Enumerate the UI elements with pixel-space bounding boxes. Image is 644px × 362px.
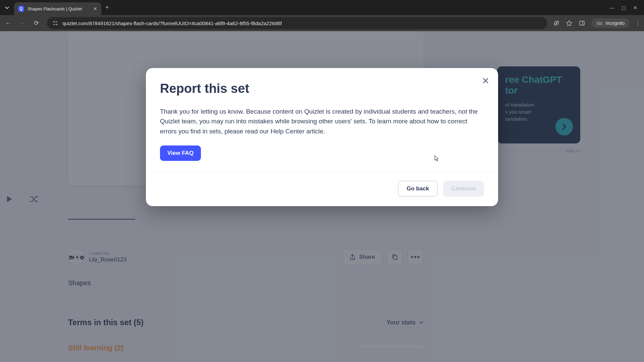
modal-body: Thank you for letting us know. Because c… [160,107,484,136]
svg-point-11 [597,23,599,25]
continue-button: Continue [443,181,484,197]
modal-close-button[interactable]: ✕ [482,75,489,86]
svg-rect-2 [53,24,55,25]
forward-button[interactable]: → [17,20,27,27]
browser-titlebar: Q Shapes Flashcards | Quizlet ✕ + — ▢ ✕ [0,0,644,15]
browser-toolbar: ← → ⟳ quizlet.com/878491621/shapes-flash… [0,15,644,31]
tracking-blocked-icon[interactable] [553,20,560,26]
svg-rect-1 [56,21,58,22]
quizlet-favicon-icon: Q [18,6,24,12]
maximize-button[interactable]: ▢ [622,5,626,10]
modal-title: Report this set [160,81,484,96]
view-faq-button[interactable]: View FAQ [160,145,201,161]
reload-button[interactable]: ⟳ [32,19,41,27]
close-window-button[interactable]: ✕ [633,5,637,10]
go-back-button[interactable]: Go back [398,181,438,197]
url-text: quizlet.com/878491621/shapes-flash-cards… [62,20,542,26]
minimize-button[interactable]: — [609,5,614,10]
report-modal: ✕ Report this set Thank you for letting … [146,68,498,206]
side-panel-icon[interactable] [579,20,585,26]
window-controls: — ▢ ✕ [609,5,644,10]
tab-title: Shapes Flashcards | Quizlet [28,6,90,11]
incognito-icon [596,21,603,25]
tab-close-icon[interactable]: ✕ [93,6,97,11]
svg-rect-9 [580,21,584,25]
incognito-badge[interactable]: Incognito [591,18,629,28]
page-viewport: ree ChatGPTtor of translation s you smar… [0,31,644,362]
browser-menu-icon[interactable]: ⋮ [635,20,641,26]
tab-search-dropdown[interactable] [0,0,14,15]
svg-point-12 [600,23,602,25]
cursor-icon [434,155,439,162]
browser-tab[interactable]: Q Shapes Flashcards | Quizlet ✕ [14,2,101,15]
svg-point-5 [56,24,57,25]
new-tab-button[interactable]: + [105,4,109,11]
incognito-label: Incognito [605,20,625,26]
svg-line-8 [554,21,559,25]
modal-overlay[interactable]: ✕ Report this set Thank you for letting … [0,31,644,362]
svg-point-4 [54,21,55,22]
bookmark-star-icon[interactable] [566,20,573,26]
back-button[interactable]: ← [3,20,13,27]
site-settings-icon[interactable] [52,20,58,26]
address-bar[interactable]: quizlet.com/878491621/shapes-flash-cards… [47,17,547,29]
